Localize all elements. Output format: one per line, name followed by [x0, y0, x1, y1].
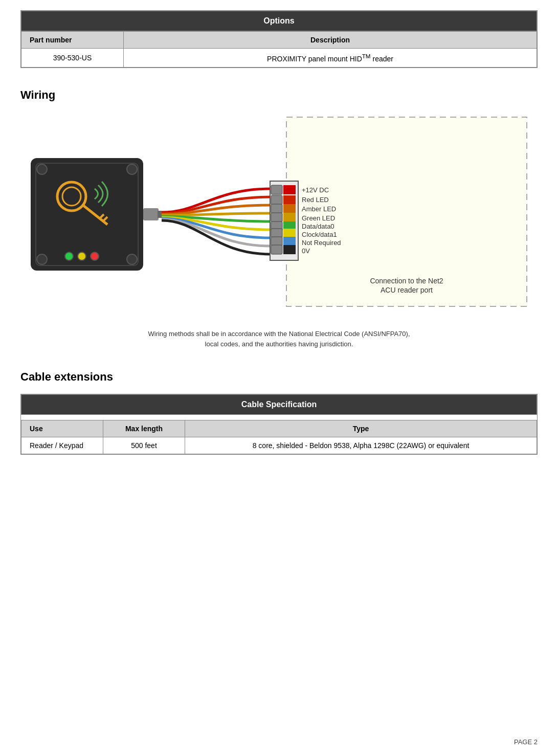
col-type: Type — [185, 420, 537, 437]
description-cell: PROXIMITY panel mount HIDTM reader — [124, 49, 537, 68]
cable-section: Cable extensions Cable Specification Use… — [20, 370, 538, 455]
wire-label-4: Green LED — [302, 214, 335, 222]
terminal-color-3 — [283, 204, 296, 213]
terminal-screw-6 — [271, 229, 282, 238]
wiring-note-line2: local codes, and the authorities having … — [205, 340, 353, 348]
wire-label-5: Data/data0 — [302, 223, 334, 230]
wiring-title: Wiring — [20, 88, 538, 102]
wire-label-6: Clock/data1 — [302, 231, 337, 238]
wire-label-2: Red LED — [302, 196, 329, 204]
cable-table-row: Reader / Keypad 500 feet 8 core, shielde… — [21, 437, 537, 454]
net2-label-line1: Connection to the Net2 — [370, 277, 443, 285]
wiring-note: Wiring methods shall be in accordance wi… — [20, 329, 538, 350]
options-table-title: Options — [21, 11, 537, 31]
corner-screw-tl — [37, 164, 47, 174]
terminal-screw-4 — [271, 213, 282, 222]
terminal-color-6 — [283, 229, 296, 238]
terminal-screw-3 — [271, 204, 282, 213]
cable-table: Use Max length Type Reader / Keypad 500 … — [21, 420, 537, 454]
page-number: PAGE 2 — [514, 738, 538, 746]
corner-screw-br — [127, 254, 137, 264]
terminal-screw-8 — [271, 245, 282, 254]
terminal-color-4 — [283, 213, 296, 222]
cable-type-cell: 8 core, shielded - Beldon 9538, Alpha 12… — [185, 437, 537, 454]
cable-table-wrapper: Cable Specification Use Max length Type … — [20, 394, 538, 455]
terminal-screw-2 — [271, 195, 282, 205]
terminal-color-2 — [283, 195, 296, 205]
terminal-screw-7 — [271, 237, 282, 246]
wiring-section: Wiring — [20, 88, 538, 350]
terminal-color-7 — [283, 237, 296, 246]
cable-section-title: Cable extensions — [20, 370, 538, 384]
wire-label-1: +12V DC — [302, 186, 329, 194]
cable-table-header-row: Use Max length Type — [21, 420, 537, 437]
wiring-diagram: +12V DC Red LED Amber LED Green LED Data… — [20, 112, 538, 319]
cable-table-title: Cable Specification — [21, 394, 537, 415]
corner-screw-bl — [37, 254, 47, 264]
cable-use-cell: Reader / Keypad — [21, 437, 103, 454]
led-yellow — [78, 252, 86, 260]
col-description: Description — [124, 32, 537, 49]
connector-pin — [158, 211, 162, 218]
net2-label-line2: ACU reader port — [381, 286, 433, 294]
terminal-color-8 — [283, 245, 296, 254]
wiring-svg: +12V DC Red LED Amber LED Green LED Data… — [20, 112, 538, 317]
col-use: Use — [21, 420, 103, 437]
col-part-number: Part number — [21, 32, 124, 49]
reader-body — [31, 158, 143, 271]
connector-stub — [143, 208, 159, 220]
terminal-color-1 — [283, 185, 296, 194]
part-number-cell: 390-530-US — [21, 49, 124, 68]
wire-label-8: 0V — [302, 247, 310, 255]
led-green — [65, 252, 73, 260]
led-red — [91, 252, 99, 260]
wire-label-7: Not Required — [302, 239, 341, 247]
cable-length-cell: 500 feet — [103, 437, 185, 454]
wiring-note-line1: Wiring methods shall be in accordance wi… — [148, 330, 410, 338]
options-section: Options Part number Description 390-530-… — [20, 10, 538, 68]
table-row: 390-530-US PROXIMITY panel mount HIDTM r… — [21, 49, 537, 68]
col-max-length: Max length — [103, 420, 185, 437]
corner-screw-tr — [127, 164, 137, 174]
wire-label-3: Amber LED — [302, 205, 336, 213]
terminal-screw-1 — [271, 185, 282, 194]
